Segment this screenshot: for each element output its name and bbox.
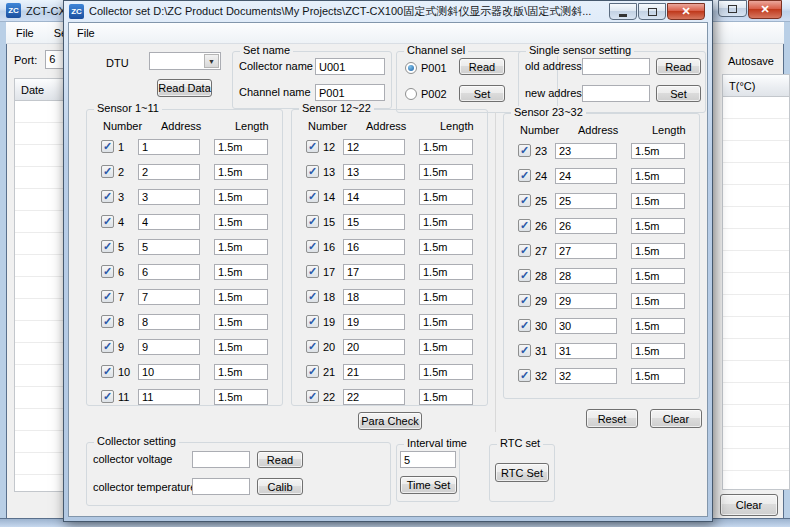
time-set-button[interactable]: Time Set: [400, 476, 457, 494]
sensor-26-checkbox[interactable]: ✓: [518, 219, 531, 232]
sensor-18-address-input[interactable]: [343, 289, 405, 305]
channel-p001-radio[interactable]: P001: [405, 62, 447, 74]
sensor-14-checkbox[interactable]: ✓: [306, 190, 319, 203]
collector-voltage-read-button[interactable]: Read: [257, 451, 303, 468]
reset-button[interactable]: Reset: [586, 409, 638, 428]
sensor-25-checkbox[interactable]: ✓: [518, 194, 531, 207]
channel-p002-radio[interactable]: P002: [405, 88, 447, 100]
sensor-28-checkbox[interactable]: ✓: [518, 269, 531, 282]
sensor-14-length-input[interactable]: [419, 189, 473, 205]
sensor-1-checkbox[interactable]: ✓: [101, 140, 114, 153]
sensor-27-address-input[interactable]: [555, 243, 617, 259]
sensor-17-length-input[interactable]: [419, 264, 473, 280]
dtu-combobox[interactable]: ▼: [149, 52, 221, 70]
sensor-5-length-input[interactable]: [214, 239, 268, 255]
sensor-5-address-input[interactable]: [138, 239, 200, 255]
sensor-19-length-input[interactable]: [419, 314, 473, 330]
sensor-16-checkbox[interactable]: ✓: [306, 240, 319, 253]
single-sensor-read-button[interactable]: Read: [656, 58, 701, 75]
sensor-31-length-input[interactable]: [631, 343, 685, 359]
close-button[interactable]: ✕: [748, 0, 782, 19]
old-address-input[interactable]: [582, 58, 650, 75]
minimize-button[interactable]: [609, 3, 637, 20]
sensor-22-address-input[interactable]: [343, 389, 405, 405]
sensor-3-length-input[interactable]: [214, 189, 268, 205]
new-address-input[interactable]: [582, 85, 650, 102]
menu-file[interactable]: File: [16, 27, 34, 39]
sensor-2-length-input[interactable]: [214, 164, 268, 180]
sensor-3-address-input[interactable]: [138, 189, 200, 205]
sensor-10-checkbox[interactable]: ✓: [101, 365, 114, 378]
sensor-21-address-input[interactable]: [343, 364, 405, 380]
sensor-6-address-input[interactable]: [138, 264, 200, 280]
sensor-24-length-input[interactable]: [631, 168, 685, 184]
sensor-12-address-input[interactable]: [343, 139, 405, 155]
maximize-button[interactable]: [638, 3, 666, 20]
sensor-29-address-input[interactable]: [555, 293, 617, 309]
sensor-27-length-input[interactable]: [631, 243, 685, 259]
sensor-9-length-input[interactable]: [214, 339, 268, 355]
sensor-11-address-input[interactable]: [138, 389, 200, 405]
sensor-27-checkbox[interactable]: ✓: [518, 244, 531, 257]
rtc-set-button[interactable]: RTC Set: [495, 463, 549, 482]
sensor-10-address-input[interactable]: [138, 364, 200, 380]
sensor-32-address-input[interactable]: [555, 368, 617, 384]
sensor-4-length-input[interactable]: [214, 214, 268, 230]
sensor-32-length-input[interactable]: [631, 368, 685, 384]
sensor-14-address-input[interactable]: [343, 189, 405, 205]
sensor-11-length-input[interactable]: [214, 389, 268, 405]
sensor-30-checkbox[interactable]: ✓: [518, 319, 531, 332]
sensor-1-address-input[interactable]: [138, 139, 200, 155]
sensor-20-checkbox[interactable]: ✓: [306, 340, 319, 353]
sensor-20-length-input[interactable]: [419, 339, 473, 355]
sensor-7-length-input[interactable]: [214, 289, 268, 305]
background-clear-button[interactable]: Clear: [720, 494, 778, 516]
sensor-30-address-input[interactable]: [555, 318, 617, 334]
channel-name-input[interactable]: [315, 84, 385, 101]
sensor-6-length-input[interactable]: [214, 264, 268, 280]
sensor-29-length-input[interactable]: [631, 293, 685, 309]
channel-read-button[interactable]: Read: [459, 58, 505, 75]
sensor-24-address-input[interactable]: [555, 168, 617, 184]
dialog-titlebar[interactable]: ZC Collector set D:\ZC Product Documents…: [64, 1, 712, 22]
maximize-button[interactable]: [718, 0, 747, 17]
sensor-19-checkbox[interactable]: ✓: [306, 315, 319, 328]
sensor-6-checkbox[interactable]: ✓: [101, 265, 114, 278]
sensor-2-address-input[interactable]: [138, 164, 200, 180]
sensor-23-address-input[interactable]: [555, 143, 617, 159]
sensor-15-length-input[interactable]: [419, 214, 473, 230]
interval-time-input[interactable]: [400, 451, 456, 468]
read-data-button[interactable]: Read Data: [157, 79, 212, 97]
sensor-8-address-input[interactable]: [138, 314, 200, 330]
sensor-26-address-input[interactable]: [555, 218, 617, 234]
sensor-7-address-input[interactable]: [138, 289, 200, 305]
sensor-12-checkbox[interactable]: ✓: [306, 140, 319, 153]
sensor-13-checkbox[interactable]: ✓: [306, 165, 319, 178]
sensor-26-length-input[interactable]: [631, 218, 685, 234]
sensor-21-length-input[interactable]: [419, 364, 473, 380]
sensor-31-checkbox[interactable]: ✓: [518, 344, 531, 357]
sensor-9-address-input[interactable]: [138, 339, 200, 355]
menu-file[interactable]: File: [77, 27, 95, 39]
sensor-17-checkbox[interactable]: ✓: [306, 265, 319, 278]
sensor-13-length-input[interactable]: [419, 164, 473, 180]
sensor-18-checkbox[interactable]: ✓: [306, 290, 319, 303]
sensor-23-checkbox[interactable]: ✓: [518, 144, 531, 157]
sensor-22-checkbox[interactable]: ✓: [306, 390, 319, 403]
sensor-3-checkbox[interactable]: ✓: [101, 190, 114, 203]
collector-temperature-calib-button[interactable]: Calib: [257, 478, 303, 495]
sensor-11-checkbox[interactable]: ✓: [101, 390, 114, 403]
sensor-12-length-input[interactable]: [419, 139, 473, 155]
sensor-13-address-input[interactable]: [343, 164, 405, 180]
sensor-30-length-input[interactable]: [631, 318, 685, 334]
sensor-17-address-input[interactable]: [343, 264, 405, 280]
collector-name-input[interactable]: [315, 58, 385, 75]
sensor-16-address-input[interactable]: [343, 239, 405, 255]
sensor-25-address-input[interactable]: [555, 193, 617, 209]
sensor-15-address-input[interactable]: [343, 214, 405, 230]
clear-button[interactable]: Clear: [650, 409, 702, 428]
sensor-8-length-input[interactable]: [214, 314, 268, 330]
sensor-2-checkbox[interactable]: ✓: [101, 165, 114, 178]
collector-temperature-input[interactable]: [192, 478, 250, 495]
sensor-31-address-input[interactable]: [555, 343, 617, 359]
